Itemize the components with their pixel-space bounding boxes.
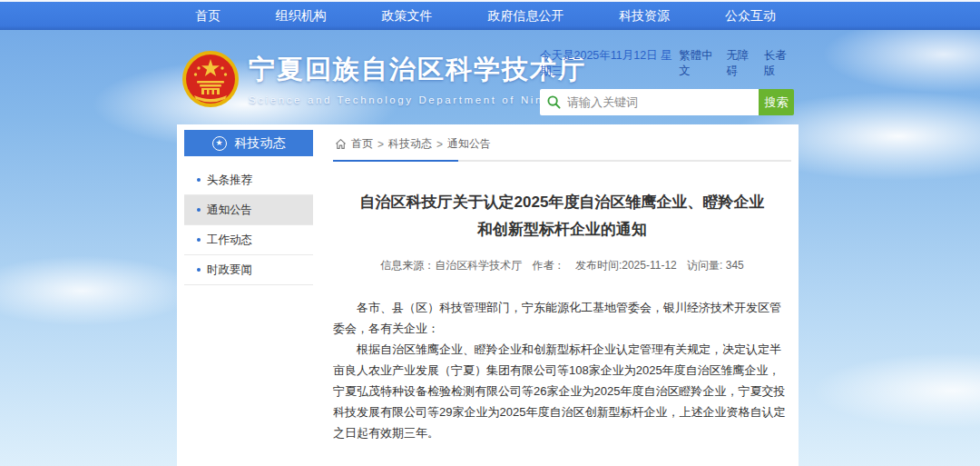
meta-views: 访问量: 345	[687, 259, 744, 272]
link-elder-version[interactable]: 长者版	[764, 48, 794, 79]
search-input[interactable]	[567, 95, 751, 109]
breadcrumb-separator: >	[377, 138, 384, 151]
article-meta: 信息来源：自治区科学技术厅 作者： 发布时间:2025-11-12 访问量: 3…	[333, 258, 791, 273]
content-panel: ★ 科技动态 头条推荐 通知公告 工作动态 时政要闻	[177, 124, 799, 466]
sidebar-header: ★ 科技动态	[184, 130, 313, 156]
home-icon	[335, 138, 347, 150]
meta-publish-time: 发布时间:2025-11-12	[575, 259, 677, 272]
sidebar: ★ 科技动态 头条推荐 通知公告 工作动态 时政要闻	[184, 130, 313, 285]
bullet-icon	[197, 238, 201, 242]
nav-item-home[interactable]: 首页	[186, 2, 230, 30]
link-accessibility[interactable]: 无障碍	[727, 48, 757, 79]
article-title-line2: 和创新型标杆企业的通知	[333, 216, 791, 243]
sidebar-item-notices[interactable]: 通知公告	[184, 195, 313, 225]
search-icon	[547, 95, 561, 109]
sidebar-item-political-news[interactable]: 时政要闻	[184, 255, 313, 285]
search-button[interactable]: 搜索	[759, 89, 794, 115]
article-title-line1: 自治区科技厅关于认定2025年度自治区雏鹰企业、瞪羚企业	[333, 189, 791, 216]
main-navigation: 首页 组织机构 政策文件 政府信息公开 科技资源 公众互动	[0, 2, 980, 30]
sidebar-item-headlines[interactable]: 头条推荐	[184, 165, 313, 195]
sidebar-item-label: 工作动态	[207, 233, 252, 248]
breadcrumb-separator: >	[436, 138, 443, 151]
nav-item-organization[interactable]: 组织机构	[267, 2, 336, 30]
article-area: 首页 > 科技动态 > 通知公告 自治区科技厅关于认定2025年度自治区雏鹰企业…	[333, 124, 791, 466]
nav-item-resources[interactable]: 科技资源	[610, 2, 679, 30]
link-traditional-chinese[interactable]: 繁體中文	[679, 48, 719, 79]
article-paragraph: 各市、县（区）科技管理部门，宁东能源化工基地管委会，银川经济技术开发区管委会，各…	[333, 297, 791, 339]
sidebar-item-work-updates[interactable]: 工作动态	[184, 225, 313, 255]
bullet-icon	[197, 178, 201, 182]
breadcrumb-tech-news[interactable]: 科技动态	[388, 136, 432, 152]
search-bar: 搜索	[540, 89, 794, 115]
sidebar-title: 科技动态	[235, 135, 286, 152]
site-title: 宁夏回族自治区科学技术厅	[249, 52, 586, 88]
sidebar-item-label: 时政要闻	[207, 263, 252, 278]
meta-source: 信息来源：自治区科学技术厅	[380, 259, 522, 272]
breadcrumb-divider	[333, 160, 791, 162]
bullet-icon	[197, 268, 201, 272]
star-circle-icon: ★	[212, 136, 227, 151]
nav-item-interaction[interactable]: 公众互动	[716, 2, 785, 30]
nav-item-gov-info[interactable]: 政府信息公开	[478, 2, 573, 30]
bullet-icon	[197, 208, 201, 212]
breadcrumb: 首页 > 科技动态 > 通知公告	[333, 124, 791, 160]
breadcrumb-notices[interactable]: 通知公告	[447, 136, 491, 152]
national-emblem-logo	[181, 50, 240, 108]
site-header: 宁夏回族自治区科学技术厅 Science and Technology Depa…	[0, 41, 980, 124]
article-paragraph: 根据自治区雏鹰企业、瞪羚企业和创新型标杆企业认定管理有关规定，决定认定半亩良人农…	[333, 339, 791, 443]
meta-author: 作者：	[533, 259, 565, 272]
breadcrumb-home[interactable]: 首页	[351, 136, 373, 152]
article-body: 各市、县（区）科技管理部门，宁东能源化工基地管委会，银川经济技术开发区管委会，各…	[333, 297, 791, 443]
nav-item-policy[interactable]: 政策文件	[373, 2, 442, 30]
sidebar-item-label: 通知公告	[207, 203, 252, 218]
sidebar-item-label: 头条推荐	[207, 173, 252, 188]
article-title: 自治区科技厅关于认定2025年度自治区雏鹰企业、瞪羚企业 和创新型标杆企业的通知	[333, 189, 791, 243]
current-date: 今天是2025年11月12日 星期三	[540, 48, 679, 79]
site-subtitle: Science and Technology Department of Nin…	[249, 94, 586, 105]
